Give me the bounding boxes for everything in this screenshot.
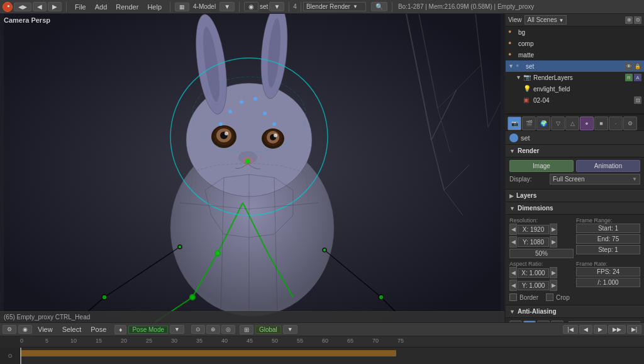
tab-scene[interactable]: 🎬 <box>522 117 536 130</box>
tree-item-bg[interactable]: ● bg <box>506 26 644 38</box>
pose-mode-dropdown[interactable]: ▼ <box>170 325 184 334</box>
step-field[interactable]: Step: 1 <box>576 245 640 254</box>
tab-particles[interactable]: · <box>609 117 623 130</box>
svg-point-38 <box>323 248 326 252</box>
view-btn-3[interactable]: ◎ <box>221 325 235 334</box>
animation-render-btn[interactable]: Animation <box>576 160 640 172</box>
aa-section-header[interactable]: ▼ Anti-Aliasing <box>506 305 644 318</box>
timeline-track[interactable] <box>20 350 396 356</box>
tab-texture[interactable]: ■ <box>594 117 608 130</box>
fps-ratio-field[interactable]: /: 1.000 <box>576 278 640 287</box>
lock-icon[interactable]: 🔒 <box>634 62 641 70</box>
tick-15: 15 <box>96 338 102 344</box>
aa-btn-5[interactable]: 5 <box>509 321 522 322</box>
percent-field[interactable]: 50% <box>509 249 574 258</box>
frame-counter: 4 <box>291 3 299 10</box>
tab-object[interactable]: ▽ <box>551 117 565 130</box>
viewport[interactable]: Camera Persp (65) Empty_proxy CTRL_Head <box>0 14 506 322</box>
svg-point-33 <box>102 295 107 300</box>
aa-btn-16[interactable]: 16 <box>551 321 564 322</box>
tree-item-renderlayers[interactable]: ▼ 📷 RenderLayers R A <box>506 72 644 83</box>
pose-view-btn[interactable]: ◉ <box>18 325 32 334</box>
aa-btn-8[interactable]: 8 <box>523 321 536 322</box>
view-btn-1[interactable]: ⊙ <box>191 325 205 334</box>
global-badge[interactable]: Global <box>255 326 281 334</box>
select-menu-pose[interactable]: Select <box>58 324 86 334</box>
rl-icon-1[interactable]: R <box>625 74 633 81</box>
aa-filter-dropdown[interactable]: Mitchell-Netravali ▼ <box>569 321 640 322</box>
layers-section-header[interactable]: ▶ Layers <box>506 190 644 202</box>
transform-icon[interactable]: ⊞ <box>240 325 253 334</box>
pose-icon-btn[interactable]: ⚙ <box>3 325 16 334</box>
fps-field[interactable]: FPS: 24 <box>576 267 640 276</box>
layout-icon-btn[interactable]: ▦ <box>175 3 189 11</box>
y-res-decrease[interactable]: ◀ <box>509 236 517 247</box>
ay-decrease[interactable]: ◀ <box>509 280 517 291</box>
tab-render[interactable]: 📷 <box>508 117 521 130</box>
icon-btn-1[interactable]: ◉ <box>244 2 258 11</box>
ax-decrease[interactable]: ◀ <box>509 267 517 278</box>
main-layout: Camera Persp (65) Empty_proxy CTRL_Head … <box>0 14 644 322</box>
search-btn[interactable]: 🔍 <box>371 2 387 11</box>
outliner-btn-2[interactable]: ⊙ <box>634 16 641 24</box>
mode-dropdown-btn[interactable]: ▼ <box>219 2 235 11</box>
playback-btn-4[interactable]: ▶▶ <box>608 325 626 334</box>
pose-mode-badge[interactable]: Pose Mode <box>128 326 168 334</box>
tree-item-comp[interactable]: ● comp <box>506 38 644 49</box>
display-dropdown[interactable]: Full Screen ▼ <box>550 174 640 185</box>
scene-selector[interactable]: All Scenes ▼ <box>525 15 567 25</box>
nav-right-btn[interactable]: ▶ <box>48 2 62 11</box>
image-render-btn[interactable]: Image <box>509 160 574 172</box>
playback-btn-5[interactable]: ▶| <box>627 325 641 334</box>
tree-item-matte[interactable]: ● matte <box>506 49 644 60</box>
y-res-increase[interactable]: ▶ <box>550 236 557 247</box>
aa-section: ▼ Anti-Aliasing 5 8 11 16 Mitchell-Netra… <box>506 305 644 322</box>
crop-checkbox[interactable] <box>546 293 553 301</box>
tab-material[interactable]: ● <box>580 117 594 130</box>
pose-menu[interactable]: Pose <box>87 324 110 334</box>
outliner-btn-1[interactable]: ⊕ <box>625 16 633 24</box>
y-res-field[interactable]: Y: 1080 <box>518 237 549 247</box>
add-menu[interactable]: Add <box>91 2 111 12</box>
view-menu-pose[interactable]: View <box>34 324 57 334</box>
x-res-field[interactable]: X: 1920 <box>518 225 549 234</box>
engine-selector[interactable]: Blender Render ▼ <box>303 2 366 11</box>
tab-physics[interactable]: ⚙ <box>623 117 637 130</box>
aa-btn-11[interactable]: 11 <box>537 321 550 322</box>
rl-icon-2[interactable]: A <box>634 74 641 81</box>
file-menu[interactable]: File <box>71 2 90 12</box>
playback-btn-2[interactable]: ◀ <box>579 325 592 334</box>
render-section-header[interactable]: ▼ Render <box>506 145 644 157</box>
frame-icon[interactable]: ⊡ <box>634 96 641 104</box>
tick-0: 0 <box>20 338 23 344</box>
tree-item-set[interactable]: ▼ ● set 👁 🔒 <box>506 60 644 72</box>
global-dropdown[interactable]: ▼ <box>283 325 297 334</box>
tab-world[interactable]: 🌍 <box>536 117 550 130</box>
tree-item-frame[interactable]: ▣ 02-04 ⊡ <box>506 94 644 106</box>
start-frame-field[interactable]: Start: 1 <box>576 224 640 233</box>
ay-increase[interactable]: ▶ <box>550 280 557 291</box>
mode-btn[interactable]: ◀▶ <box>14 3 31 11</box>
x-res-increase[interactable]: ▶ <box>550 224 557 235</box>
blender-icon-btn[interactable]: ● <box>3 2 13 12</box>
eye-icon[interactable]: 👁 <box>625 62 633 70</box>
tab-mesh[interactable]: △ <box>565 117 579 130</box>
pose-mode-icon[interactable]: ♦ <box>114 325 126 334</box>
border-checkbox[interactable] <box>509 293 517 301</box>
set-dropdown[interactable]: ▼ <box>269 2 284 11</box>
ax-field[interactable]: X: 1.000 <box>518 268 549 278</box>
tick-40: 40 <box>221 338 228 344</box>
tree-item-envlight[interactable]: 💡 envlight_field <box>506 83 644 94</box>
playback-play[interactable]: ▶ <box>594 325 607 334</box>
x-res-decrease[interactable]: ◀ <box>509 224 517 235</box>
view-btn-2[interactable]: ⊕ <box>206 325 220 334</box>
ay-field[interactable]: Y: 1.000 <box>518 281 549 290</box>
playback-btn-1[interactable]: |◀ <box>563 325 577 334</box>
dimensions-section-header[interactable]: ▼ Dimensions <box>506 202 644 215</box>
timeline-row-label: ⊙ <box>7 353 13 358</box>
help-menu[interactable]: Help <box>143 2 165 12</box>
render-menu[interactable]: Render <box>112 2 142 12</box>
ax-increase[interactable]: ▶ <box>550 267 557 278</box>
nav-left-btn[interactable]: ◀ <box>33 2 47 11</box>
end-frame-field[interactable]: End: 75 <box>576 234 640 244</box>
